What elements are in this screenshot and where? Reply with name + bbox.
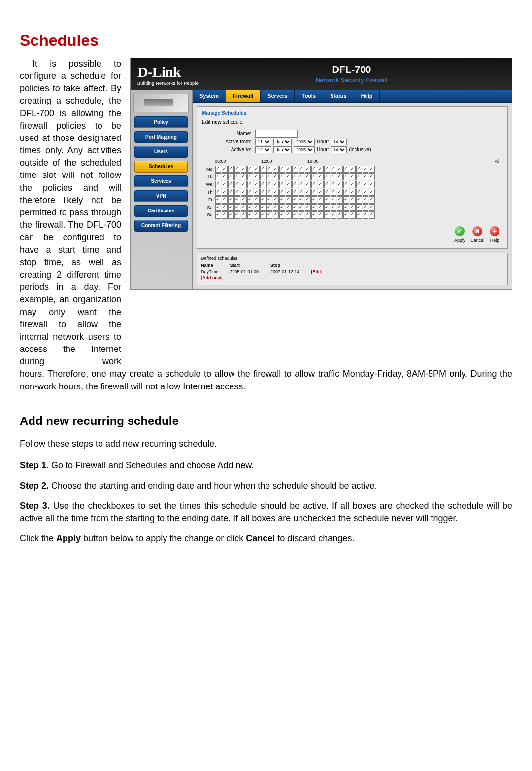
hour-checkbox[interactable] <box>343 181 349 188</box>
hour-checkbox[interactable] <box>311 204 317 211</box>
hour-checkbox[interactable] <box>369 204 375 211</box>
hour-checkbox[interactable] <box>228 173 234 180</box>
hour-checkbox[interactable] <box>228 189 234 196</box>
hour-checkbox[interactable] <box>273 166 279 173</box>
hour-checkbox[interactable] <box>215 211 221 219</box>
hour-checkbox[interactable] <box>247 204 253 211</box>
hour-checkbox[interactable] <box>305 181 311 188</box>
hour-checkbox[interactable] <box>331 173 336 180</box>
tab-servers[interactable]: Servers <box>261 90 295 103</box>
hour-checkbox[interactable] <box>369 189 375 196</box>
hour-checkbox[interactable] <box>241 181 247 188</box>
hour-checkbox[interactable] <box>215 204 221 211</box>
hour-checkbox[interactable] <box>356 173 362 180</box>
hour-checkbox[interactable] <box>234 181 240 188</box>
hour-checkbox[interactable] <box>286 204 292 211</box>
hour-checkbox[interactable] <box>279 181 285 188</box>
hour-checkbox[interactable] <box>356 211 362 219</box>
hour-checkbox[interactable] <box>331 211 336 219</box>
hour-checkbox[interactable] <box>260 189 266 196</box>
tab-help[interactable]: Help <box>354 90 380 103</box>
hour-checkbox[interactable] <box>266 211 272 219</box>
hour-checkbox[interactable] <box>337 204 343 211</box>
hour-checkbox[interactable] <box>356 181 362 188</box>
hour-checkbox[interactable] <box>228 211 234 219</box>
edit-link[interactable]: [Edit] <box>311 269 323 275</box>
hour-checkbox[interactable] <box>266 196 272 204</box>
hour-checkbox[interactable] <box>241 196 247 204</box>
hour-checkbox[interactable] <box>363 211 368 219</box>
hour-checkbox[interactable] <box>241 189 247 196</box>
hour-checkbox[interactable] <box>234 173 240 180</box>
hour-checkbox[interactable] <box>254 204 260 211</box>
hour-checkbox[interactable] <box>299 211 304 219</box>
hour-checkbox[interactable] <box>311 166 317 173</box>
hour-checkbox[interactable] <box>350 173 356 180</box>
hour-checkbox[interactable] <box>343 211 349 219</box>
hour-checkbox[interactable] <box>273 189 279 196</box>
hour-checkbox[interactable] <box>286 211 292 219</box>
hour-checkbox[interactable] <box>234 166 240 173</box>
sidebar-item-users[interactable]: Users <box>134 146 188 158</box>
to-day-select[interactable]: 12 <box>255 146 271 153</box>
hour-checkbox[interactable] <box>266 204 272 211</box>
sidebar-item-certificates[interactable]: Certificates <box>134 205 188 217</box>
hour-checkbox[interactable] <box>343 166 349 173</box>
hour-checkbox[interactable] <box>260 173 266 180</box>
hour-checkbox[interactable] <box>311 196 317 204</box>
hour-checkbox[interactable] <box>350 211 356 219</box>
hour-checkbox[interactable] <box>331 166 336 173</box>
hour-checkbox[interactable] <box>318 189 324 196</box>
hour-checkbox[interactable] <box>254 166 260 173</box>
hour-checkbox[interactable] <box>369 166 375 173</box>
hour-checkbox[interactable] <box>299 204 304 211</box>
hour-checkbox[interactable] <box>241 211 247 219</box>
from-hour-select[interactable]: 14 <box>331 139 347 145</box>
hour-checkbox[interactable] <box>369 196 375 204</box>
to-hour-select[interactable]: 14 <box>331 146 347 153</box>
hour-checkbox[interactable] <box>222 204 228 211</box>
hour-checkbox[interactable] <box>350 166 356 173</box>
sidebar-item-services[interactable]: Services <box>134 175 188 187</box>
hour-checkbox[interactable] <box>222 173 228 180</box>
hour-checkbox[interactable] <box>363 196 368 204</box>
hour-checkbox[interactable] <box>337 211 343 219</box>
hour-checkbox[interactable] <box>292 173 298 180</box>
hour-checkbox[interactable] <box>350 181 356 188</box>
hour-checkbox[interactable] <box>356 196 362 204</box>
hour-checkbox[interactable] <box>279 166 285 173</box>
hour-checkbox[interactable] <box>260 181 266 188</box>
hour-checkbox[interactable] <box>279 189 285 196</box>
hour-checkbox[interactable] <box>247 211 253 219</box>
hour-checkbox[interactable] <box>254 189 260 196</box>
hour-checkbox[interactable] <box>337 189 343 196</box>
hour-checkbox[interactable] <box>305 211 311 219</box>
tab-firewall[interactable]: Firewall <box>226 90 261 103</box>
cancel-button[interactable]: Cancel <box>470 226 484 244</box>
hour-checkbox[interactable] <box>337 196 343 204</box>
hour-checkbox[interactable] <box>286 196 292 204</box>
hour-checkbox[interactable] <box>273 211 279 219</box>
hour-checkbox[interactable] <box>299 189 304 196</box>
hour-checkbox[interactable] <box>266 181 272 188</box>
hour-checkbox[interactable] <box>363 204 368 211</box>
apply-button[interactable]: Apply <box>454 226 466 244</box>
hour-checkbox[interactable] <box>228 166 234 173</box>
hour-checkbox[interactable] <box>273 196 279 204</box>
hour-checkbox[interactable] <box>286 166 292 173</box>
hour-checkbox[interactable] <box>331 189 336 196</box>
hour-checkbox[interactable] <box>299 166 304 173</box>
hour-checkbox[interactable] <box>324 211 330 219</box>
hour-checkbox[interactable] <box>363 173 368 180</box>
hour-checkbox[interactable] <box>305 204 311 211</box>
hour-checkbox[interactable] <box>228 196 234 204</box>
hour-checkbox[interactable] <box>286 189 292 196</box>
hour-checkbox[interactable] <box>228 204 234 211</box>
hour-checkbox[interactable] <box>254 181 260 188</box>
hour-checkbox[interactable] <box>215 166 221 173</box>
name-input[interactable] <box>255 130 298 138</box>
hour-checkbox[interactable] <box>234 204 240 211</box>
hour-checkbox[interactable] <box>266 166 272 173</box>
hour-checkbox[interactable] <box>305 173 311 180</box>
hour-checkbox[interactable] <box>337 181 343 188</box>
